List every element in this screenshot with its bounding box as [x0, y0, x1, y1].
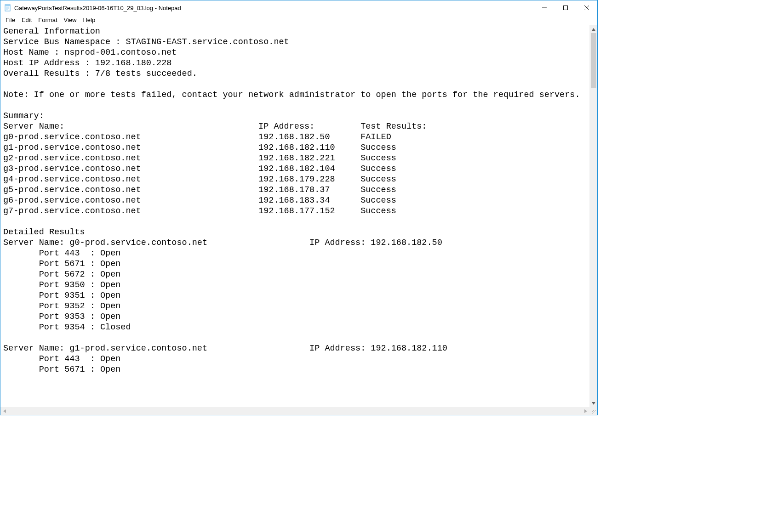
menu-edit[interactable]: Edit: [18, 16, 35, 24]
svg-rect-1: [5, 5, 10, 6]
scroll-left-icon[interactable]: [0, 407, 8, 415]
menubar: File Edit Format View Help: [0, 15, 597, 25]
content-wrap: General Information Service Bus Namespac…: [0, 25, 597, 407]
scroll-thumb[interactable]: [591, 33, 596, 88]
svg-marker-13: [584, 409, 587, 413]
titlebar[interactable]: GatewayPortsTestResults2019-06-16T10_29_…: [0, 0, 597, 15]
menu-view[interactable]: View: [61, 16, 80, 24]
menu-help[interactable]: Help: [80, 16, 98, 24]
close-button[interactable]: [576, 0, 597, 15]
svg-marker-11: [592, 402, 595, 405]
scroll-up-icon[interactable]: [590, 25, 597, 33]
scroll-down-icon[interactable]: [590, 399, 597, 407]
notepad-icon: [4, 4, 11, 11]
svg-marker-10: [592, 28, 595, 31]
horizontal-scrollbar[interactable]: [0, 407, 597, 415]
text-area[interactable]: General Information Service Bus Namespac…: [0, 25, 589, 407]
window-controls: [534, 0, 597, 15]
notepad-window: GatewayPortsTestResults2019-06-16T10_29_…: [0, 0, 598, 415]
window-title: GatewayPortsTestResults2019-06-16T10_29_…: [14, 5, 534, 11]
menu-format[interactable]: Format: [35, 16, 60, 24]
menu-file[interactable]: File: [2, 16, 18, 24]
svg-rect-7: [564, 6, 568, 10]
maximize-button[interactable]: [555, 0, 576, 15]
vertical-scrollbar[interactable]: [589, 25, 597, 407]
svg-marker-12: [3, 409, 6, 413]
resize-grip-icon[interactable]: [589, 407, 597, 415]
log-text[interactable]: General Information Service Bus Namespac…: [3, 26, 587, 375]
minimize-button[interactable]: [534, 0, 555, 15]
scroll-right-icon[interactable]: [582, 407, 589, 415]
